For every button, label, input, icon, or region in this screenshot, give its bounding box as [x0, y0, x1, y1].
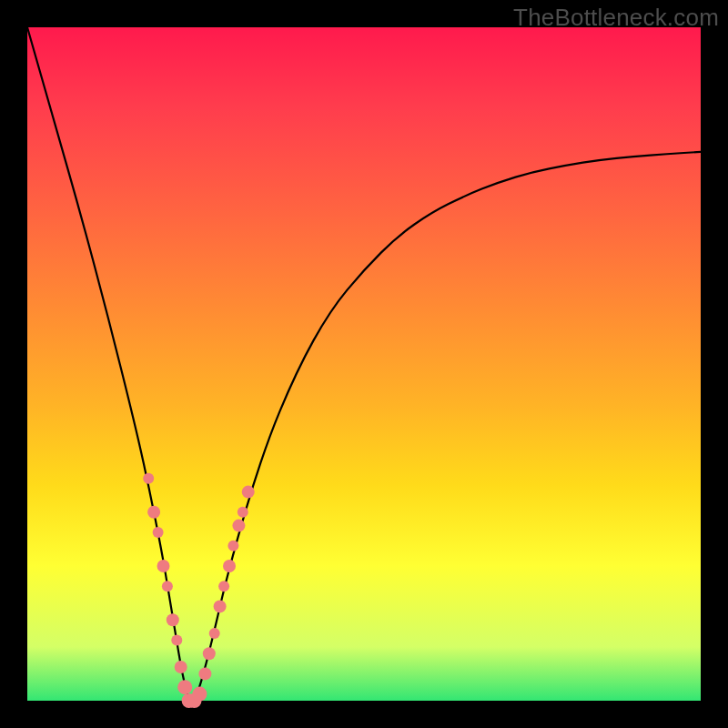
- marker-dot: [218, 581, 229, 592]
- marker-dot: [232, 520, 245, 532]
- curve-svg: [27, 27, 701, 701]
- marker-cluster: [143, 473, 255, 708]
- marker-dot: [238, 507, 248, 518]
- bottleneck-curve: [27, 27, 701, 701]
- plot-area: [27, 27, 701, 701]
- marker-dot: [214, 600, 227, 612]
- chart-frame: TheBottleneck.com: [0, 0, 728, 728]
- marker-dot: [198, 667, 211, 680]
- marker-dot: [153, 527, 164, 538]
- marker-dot: [171, 634, 182, 645]
- marker-dot: [175, 661, 187, 673]
- marker-dot: [147, 506, 160, 519]
- marker-dot: [162, 581, 173, 592]
- marker-dot: [203, 647, 216, 660]
- marker-dot: [228, 541, 238, 551]
- marker-dot: [157, 560, 170, 572]
- marker-dot: [242, 486, 255, 499]
- marker-dot: [192, 687, 207, 702]
- marker-dot: [209, 628, 220, 639]
- marker-dot: [223, 560, 236, 572]
- watermark-text: TheBottleneck.com: [513, 4, 719, 32]
- marker-dot: [167, 613, 179, 626]
- marker-dot: [143, 473, 154, 484]
- marker-dot: [177, 680, 192, 694]
